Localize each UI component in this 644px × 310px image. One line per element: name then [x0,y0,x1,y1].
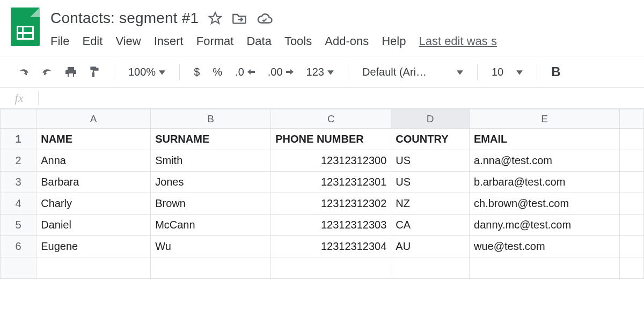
col-header-d[interactable]: D [391,109,470,129]
col-header-b[interactable]: B [151,109,271,129]
cell[interactable]: 12312312302 [271,193,391,215]
increase-decimal-label: .00 [268,66,283,78]
cell[interactable]: Brown [151,193,271,215]
cell[interactable]: Jones [151,172,271,193]
bold-button[interactable]: B [547,64,565,79]
select-all-corner[interactable] [1,109,36,129]
cell[interactable]: AU [391,236,470,257]
cell[interactable]: US [391,172,470,193]
cell[interactable]: Smith [151,150,271,172]
col-header-a[interactable]: A [36,109,151,129]
move-to-folder-icon[interactable] [232,12,247,25]
star-icon[interactable] [208,11,222,25]
menu-addons[interactable]: Add-ons [325,34,369,48]
cell[interactable] [271,257,391,279]
menu-format[interactable]: Format [196,34,234,48]
table-row: 4 Charly Brown 12312312302 NZ ch.brown@t… [1,193,644,215]
decrease-decimal-button[interactable]: .0 [231,66,259,78]
cell[interactable]: Charly [36,193,151,215]
col-header-next[interactable] [620,109,644,129]
row-header[interactable]: 4 [1,193,36,215]
cell[interactable]: Anna [36,150,151,172]
menu-data[interactable]: Data [246,34,271,48]
cell[interactable] [620,215,644,236]
cell[interactable] [620,193,644,215]
formula-bar: fx [0,87,644,109]
cell[interactable]: a.nna@test.com [470,150,620,172]
menu-insert[interactable]: Insert [154,34,184,48]
cell[interactable] [391,257,470,279]
cell[interactable]: Eugene [36,236,151,257]
format-percent-button[interactable]: % [208,66,226,78]
cell[interactable]: 12312312301 [271,172,391,193]
row-header[interactable]: 2 [1,150,36,172]
cell[interactable]: ch.brown@test.com [470,193,620,215]
row-header[interactable]: 5 [1,215,36,236]
cell[interactable]: SURNAME [151,129,271,150]
cell[interactable]: Wu [151,236,271,257]
last-edit-link[interactable]: Last edit was s [419,34,497,48]
cell[interactable]: COUNTRY [391,129,470,150]
menu-view[interactable]: View [115,34,141,48]
table-row: 5 Daniel McCann 12312312303 CA danny.mc@… [1,215,644,236]
cell[interactable] [620,257,644,279]
menu-bar: File Edit View Insert Format Data Tools … [50,34,633,48]
menu-help[interactable]: Help [382,34,406,48]
cell[interactable]: wue@test.com [470,236,620,257]
cell[interactable]: NZ [391,193,470,215]
cloud-saved-icon[interactable] [257,12,273,24]
more-formats-dropdown[interactable]: 123 [302,66,338,78]
undo-button[interactable] [14,62,33,82]
font-size-dropdown[interactable]: 10 [487,66,527,78]
cell[interactable]: 12312312304 [271,236,391,257]
sheets-logo-icon[interactable] [11,8,40,46]
row-header[interactable] [1,257,36,279]
row-header[interactable]: 1 [1,129,36,150]
row-header[interactable]: 6 [1,236,36,257]
cell[interactable] [470,257,620,279]
redo-button[interactable] [38,62,57,82]
cell[interactable]: Barbara [36,172,151,193]
row-header[interactable]: 3 [1,172,36,193]
col-header-c[interactable]: C [271,109,391,129]
paint-format-button[interactable] [85,62,104,82]
spreadsheet-grid[interactable]: A B C D E 1 NAME SURNAME PHONE NUMBER CO… [0,109,644,279]
zoom-value: 100% [128,66,156,78]
cell[interactable]: 12312312303 [271,215,391,236]
svg-rect-1 [69,73,73,77]
cell[interactable]: 12312312300 [271,150,391,172]
cell[interactable] [151,257,271,279]
col-header-e[interactable]: E [470,109,620,129]
table-row: 2 Anna Smith 12312312300 US a.nna@test.c… [1,150,644,172]
menu-tools[interactable]: Tools [284,34,312,48]
arrow-right-icon [286,69,294,75]
cell[interactable]: NAME [36,129,151,150]
menu-file[interactable]: File [50,34,69,48]
toolbar-separator [348,64,348,80]
cell[interactable]: PHONE NUMBER [271,129,391,150]
cell[interactable] [36,257,151,279]
increase-decimal-button[interactable]: .00 [264,66,298,78]
toolbar-separator [537,64,537,80]
zoom-dropdown[interactable]: 100% [124,66,170,78]
cell[interactable] [620,172,644,193]
cell[interactable]: CA [391,215,470,236]
cell[interactable]: b.arbara@test.com [470,172,620,193]
cell[interactable]: Daniel [36,215,151,236]
cell[interactable] [620,236,644,257]
document-title[interactable]: Contacts: segment #1 [50,10,199,27]
title-bar: Contacts: segment #1 File Edit View Inse… [0,0,644,48]
caret-down-icon [159,66,165,78]
format-currency-button[interactable]: $ [189,66,204,78]
cell[interactable]: McCann [151,215,271,236]
print-button[interactable] [61,62,80,82]
menu-edit[interactable]: Edit [82,34,103,48]
cell[interactable]: danny.mc@test.com [470,215,620,236]
cell[interactable] [620,129,644,150]
cell[interactable]: US [391,150,470,172]
cell[interactable]: EMAIL [470,129,620,150]
cell[interactable] [620,150,644,172]
font-family-dropdown[interactable]: Default (Ari… [358,66,467,78]
fx-label: fx [0,91,39,105]
formula-input[interactable] [39,88,644,108]
